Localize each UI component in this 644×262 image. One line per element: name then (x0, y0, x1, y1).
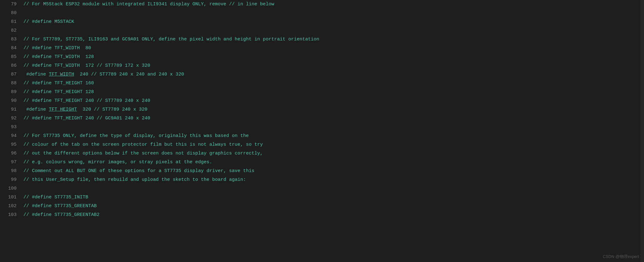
code-line (23, 26, 640, 35)
line-number: 92 (0, 114, 20, 123)
comment-text: // For M5Stack ESP32 module with integra… (23, 2, 274, 7)
code-line: // #define ST7735_INITB (23, 193, 640, 202)
line-number: 95 (0, 140, 20, 149)
line-number: 103 (0, 211, 20, 219)
line-number: 87 (0, 70, 20, 79)
line-number: 91 (0, 105, 20, 114)
define-value: 320 (77, 107, 91, 112)
code-line: // Comment out ALL BUT ONE of these opti… (23, 167, 640, 176)
code-line: // #define ST7735_GREENTAB (23, 202, 640, 211)
line-number: 84 (0, 44, 20, 53)
comment-text: // For ST7735 ONLY, define the type of d… (23, 133, 249, 139)
code-line: // out the different options below if th… (23, 149, 640, 158)
comment-text: // this User_Setup file, then rebuild an… (23, 177, 246, 182)
code-area: 7980818283848586878889909192939495969798… (0, 0, 644, 262)
scrollbar[interactable] (640, 0, 644, 262)
code-line: // #define TFT_HEIGHT 128 (23, 88, 640, 97)
editor-container: 7980818283848586878889909192939495969798… (0, 0, 644, 262)
comment-text: // #define ST7735_GREENTAB2 (23, 212, 100, 217)
define-comment: // ST7789 240 x 240 and 240 x 320 (88, 72, 184, 77)
line-numbers: 7980818283848586878889909192939495969798… (0, 0, 20, 262)
code-line: #define TFT_WIDTH 240 // ST7789 240 x 24… (23, 70, 640, 79)
line-number: 98 (0, 167, 20, 176)
line-number: 85 (0, 53, 20, 61)
code-line: // #define TFT_WIDTH 128 (23, 53, 640, 61)
line-number: 80 (0, 9, 20, 18)
comment-text: // Comment out ALL BUT ONE of these opti… (23, 168, 254, 174)
line-number: 90 (0, 97, 20, 105)
code-line: // #define TFT_WIDTH 80 (23, 44, 640, 53)
line-number: 94 (0, 132, 20, 140)
comment-text: // #define TFT_WIDTH 128 (23, 54, 94, 60)
comment-text: // For ST7789, ST7735, ILI9163 and GC9A0… (23, 37, 319, 42)
code-line: // #define M5STACK (23, 18, 640, 26)
line-number: 96 (0, 149, 20, 158)
code-line (23, 184, 640, 193)
watermark: CSDN @物理expert (603, 254, 639, 259)
line-number: 93 (0, 123, 20, 132)
line-number: 100 (0, 184, 20, 193)
code-line (23, 9, 640, 18)
line-number: 81 (0, 18, 20, 26)
define-keyword: #define (26, 107, 46, 112)
comment-text: // #define TFT_WIDTH 172 // ST7789 172 x… (23, 63, 150, 68)
comment-text: // #define M5STACK (23, 19, 74, 24)
code-line: // For ST7789, ST7735, ILI9163 and GC9A0… (23, 35, 640, 44)
define-value: 240 (74, 72, 88, 77)
code-line: // For ST7735 ONLY, define the type of d… (23, 132, 640, 140)
comment-text: // #define TFT_HEIGHT 240 // GC9A01 240 … (23, 116, 150, 121)
comment-text: // e.g. colours wrong, mirror images, or… (23, 160, 212, 165)
code-line: // #define TFT_HEIGHT 240 // GC9A01 240 … (23, 114, 640, 123)
code-line: // #define TFT_HEIGHT 160 (23, 79, 640, 88)
line-number: 82 (0, 26, 20, 35)
code-line (23, 123, 640, 132)
comment-text: // out the different options below if th… (23, 151, 263, 156)
line-number: 97 (0, 158, 20, 167)
line-number: 89 (0, 88, 20, 97)
comment-text: // #define TFT_HEIGHT 128 (23, 89, 94, 95)
comment-text: // #define TFT_WIDTH 80 (23, 45, 91, 51)
line-number: 88 (0, 79, 20, 88)
comment-text: // #define ST7735_GREENTAB (23, 203, 97, 209)
define-keyword: #define (26, 72, 46, 77)
line-number: 86 (0, 61, 20, 70)
define-name: TFT_WIDTH (49, 72, 74, 77)
line-number: 79 (0, 0, 20, 9)
line-number: 83 (0, 35, 20, 44)
comment-text: // #define ST7735_INITB (23, 195, 88, 200)
define-comment: // ST7789 240 x 320 (91, 107, 147, 112)
code-line: // colour of the tab on the screen prote… (23, 140, 640, 149)
comment-text: // #define TFT_HEIGHT 240 // ST7789 240 … (23, 98, 150, 103)
code-line: // #define TFT_HEIGHT 240 // ST7789 240 … (23, 97, 640, 105)
code-line: // this User_Setup file, then rebuild an… (23, 176, 640, 184)
define-name: TFT_HEIGHT (49, 107, 77, 112)
code-line: // e.g. colours wrong, mirror images, or… (23, 158, 640, 167)
comment-text: // #define TFT_HEIGHT 160 (23, 81, 94, 86)
line-number: 101 (0, 193, 20, 202)
code-content[interactable]: // For M5Stack ESP32 module with integra… (20, 0, 640, 262)
code-line: // For M5Stack ESP32 module with integra… (23, 0, 640, 9)
code-line: // #define TFT_WIDTH 172 // ST7789 172 x… (23, 61, 640, 70)
line-number: 99 (0, 176, 20, 184)
line-number: 102 (0, 202, 20, 211)
code-line: #define TFT_HEIGHT 320 // ST7789 240 x 3… (23, 105, 640, 114)
code-line: // #define ST7735_GREENTAB2 (23, 211, 640, 219)
comment-text: // colour of the tab on the screen prote… (23, 142, 263, 147)
